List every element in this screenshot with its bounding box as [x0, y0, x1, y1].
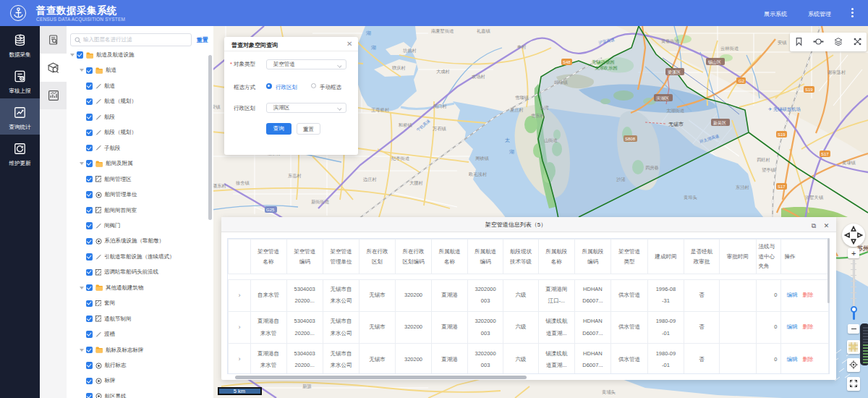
svg-text:欧毛渎村: 欧毛渎村 [469, 172, 487, 177]
svg-text:坊前村: 坊前村 [402, 48, 417, 54]
svg-text:万石镇: 万石镇 [433, 126, 447, 132]
svg-text:新吴区: 新吴区 [713, 120, 726, 125]
svg-text:新源: 新源 [302, 384, 312, 389]
svg-text:四旺村: 四旺村 [757, 157, 770, 163]
svg-text:联庆村: 联庆村 [392, 65, 406, 71]
svg-text:谢家荡村: 谢家荡村 [827, 69, 846, 75]
svg-text:头湾: 头湾 [540, 105, 549, 111]
svg-text:太湖街道: 太湖街道 [666, 108, 684, 114]
svg-text:黄埭镇: 黄埭镇 [842, 160, 856, 165]
svg-text:和桥镇: 和桥镇 [398, 122, 413, 127]
svg-text:S48: S48 [563, 60, 571, 64]
svg-text:黄埔头: 黄埔头 [602, 389, 616, 395]
svg-text:望亭镇: 望亭镇 [762, 167, 776, 173]
svg-text:湖: 湖 [509, 149, 514, 154]
svg-text:胡埭镇: 胡埭镇 [554, 80, 569, 85]
svg-text:浒墅关镇: 浒墅关镇 [805, 195, 824, 200]
svg-text:东泾村: 东泾村 [736, 185, 749, 190]
svg-text:安镇: 安镇 [778, 40, 787, 45]
svg-text:南夏墅街道: 南夏墅街道 [431, 28, 454, 34]
svg-text:湖: 湖 [366, 30, 371, 35]
svg-text:G2: G2 [739, 79, 745, 83]
svg-text:大腰村: 大腰村 [409, 180, 423, 186]
svg-text:梁溪区: 梁溪区 [668, 69, 681, 75]
svg-text:山街道: 山街道 [544, 137, 558, 143]
svg-text:潘东村: 潘东村 [213, 183, 226, 189]
svg-text:S19: S19 [778, 132, 786, 137]
svg-text:S17: S17 [778, 185, 786, 189]
svg-text:雪东村: 雪东村 [531, 113, 545, 119]
svg-text:新街街道: 新街街道 [311, 199, 329, 205]
svg-text:S17: S17 [821, 152, 829, 156]
svg-text:边庄村: 边庄村 [363, 177, 377, 182]
svg-text:S808: S808 [625, 137, 636, 141]
svg-text:滨湖区: 滨湖区 [656, 96, 669, 101]
svg-text:周铁镇: 周铁镇 [475, 156, 490, 161]
svg-text:大成村: 大成村 [436, 69, 450, 75]
svg-text:雪堰镇: 雪堰镇 [515, 95, 529, 100]
svg-text:太: 太 [505, 137, 510, 143]
svg-text:徐舍镇: 徐舍镇 [236, 180, 250, 186]
svg-text:农场村: 农场村 [472, 74, 485, 80]
svg-text:G25: G25 [266, 208, 275, 212]
svg-text:无锡动物园: 无锡动物园 [592, 59, 614, 65]
svg-text:湖: 湖 [371, 45, 376, 50]
svg-text:太湖欢乐园: 太湖欢乐园 [595, 65, 617, 71]
svg-text:四房巷: 四房巷 [645, 165, 659, 171]
svg-text:✈ 无锡硕放机场: ✈ 无锡硕放机场 [768, 106, 801, 112]
svg-text:黄埠头: 黄埠头 [684, 195, 698, 200]
svg-text:夏庄村: 夏庄村 [510, 107, 524, 113]
svg-text:沙渚: 沙渚 [616, 177, 626, 182]
svg-text:无锡市: 无锡市 [668, 121, 684, 127]
svg-text:S19: S19 [805, 88, 813, 92]
svg-text:云林街道: 云林街道 [720, 46, 739, 51]
svg-text:闸口村: 闸口村 [433, 103, 447, 109]
svg-text:丰村: 丰村 [516, 44, 527, 50]
svg-text:王母桥村: 王母桥村 [371, 107, 389, 113]
svg-text:黄巷街道: 黄巷街道 [661, 38, 679, 44]
svg-text:纪亭街道: 纪亭街道 [391, 156, 409, 161]
svg-text:锡山区: 锡山区 [707, 59, 721, 65]
svg-text:东岳村: 东岳村 [288, 173, 302, 179]
svg-text:礼嘉镇: 礼嘉镇 [477, 28, 491, 34]
